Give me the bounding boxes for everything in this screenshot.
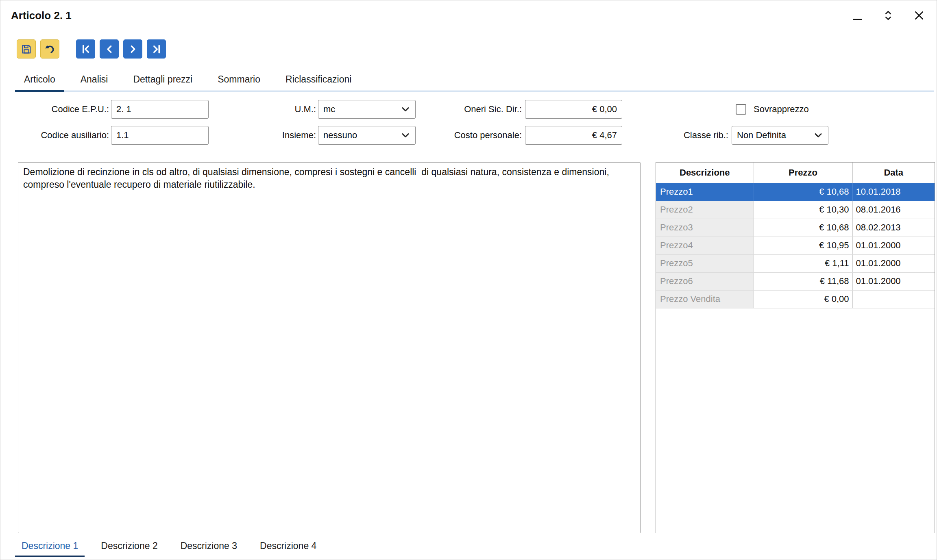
last-record-button[interactable] bbox=[147, 39, 166, 59]
previous-record-icon bbox=[103, 43, 115, 55]
sovrapprezzo-checkbox[interactable] bbox=[736, 104, 746, 115]
first-record-button[interactable] bbox=[76, 39, 95, 59]
price-cell-data[interactable]: 08.01.2016 bbox=[852, 201, 935, 219]
header-data[interactable]: Data bbox=[852, 163, 935, 183]
close-icon bbox=[913, 9, 925, 22]
codice-ausiliario-input[interactable] bbox=[111, 126, 209, 145]
codice-epu-input[interactable] bbox=[111, 100, 209, 119]
bottom-tab-descrizione-4[interactable]: Descrizione 4 bbox=[253, 536, 323, 557]
articolo-dialog-window: Articolo 2. 1 bbox=[0, 0, 937, 560]
costo-personale-label: Costo personale: bbox=[420, 126, 522, 145]
price-cell-descrizione[interactable]: Prezzo4 bbox=[656, 237, 754, 254]
insieme-label: Insieme: bbox=[235, 126, 316, 145]
undo-arrow-icon bbox=[44, 43, 56, 55]
chevron-down-icon bbox=[400, 104, 411, 115]
price-cell-prezzo[interactable]: € 0,00 bbox=[754, 290, 852, 308]
table-row[interactable]: Prezzo1 € 10,68 10.01.2018 bbox=[656, 183, 935, 201]
titlebar: Articolo 2. 1 bbox=[0, 4, 937, 27]
bottom-tab-descrizione-2[interactable]: Descrizione 2 bbox=[94, 536, 164, 557]
price-cell-data[interactable]: 08.02.2013 bbox=[852, 219, 935, 237]
price-cell-prezzo[interactable]: € 1,11 bbox=[754, 254, 852, 272]
save-button[interactable] bbox=[17, 39, 36, 59]
table-row[interactable]: Prezzo2 € 10,30 08.01.2016 bbox=[656, 201, 935, 219]
um-label: U.M.: bbox=[235, 100, 316, 119]
chevron-down-icon bbox=[813, 130, 824, 141]
price-cell-descrizione[interactable]: Prezzo1 bbox=[656, 183, 754, 201]
minimize-icon bbox=[853, 19, 862, 20]
classe-rib-select-value: Non Definita bbox=[737, 130, 786, 141]
resize-button[interactable] bbox=[881, 9, 895, 22]
undo-button[interactable] bbox=[40, 39, 59, 59]
insieme-select[interactable]: nessuno bbox=[318, 126, 416, 145]
table-row[interactable]: Prezzo3 € 10,68 08.02.2013 bbox=[656, 219, 935, 237]
header-descrizione[interactable]: Descrizione bbox=[656, 163, 754, 183]
price-table-header-row: Descrizione Prezzo Data bbox=[656, 163, 935, 183]
price-cell-descrizione[interactable]: Prezzo6 bbox=[656, 272, 754, 290]
table-row[interactable]: Prezzo4 € 10,95 01.01.2000 bbox=[656, 237, 935, 254]
price-cell-data[interactable]: 01.01.2000 bbox=[852, 272, 935, 290]
description-tabstrip: Descrizione 1 Descrizione 2 Descrizione … bbox=[15, 536, 323, 557]
price-cell-descrizione[interactable]: Prezzo2 bbox=[656, 201, 754, 219]
next-record-button[interactable] bbox=[123, 39, 142, 59]
classe-rib-select[interactable]: Non Definita bbox=[732, 126, 828, 145]
oneri-sic-dir-input[interactable] bbox=[525, 100, 622, 119]
price-cell-prezzo[interactable]: € 10,95 bbox=[754, 237, 852, 254]
table-row[interactable]: Prezzo Vendita € 0,00 bbox=[656, 290, 935, 308]
last-record-icon bbox=[150, 43, 163, 55]
main-tabstrip: Articolo Analisi Dettagli prezzi Sommari… bbox=[15, 69, 934, 91]
description-textarea[interactable]: Demolizione di recinzione in cls od altr… bbox=[18, 162, 641, 533]
vertical-resize-icon bbox=[882, 9, 894, 22]
tab-sommario[interactable]: Sommario bbox=[209, 69, 269, 92]
codice-ausiliario-label: Codice ausiliario: bbox=[15, 126, 109, 145]
um-select-value: mc bbox=[323, 104, 335, 115]
bottom-tab-descrizione-3[interactable]: Descrizione 3 bbox=[174, 536, 244, 557]
table-row[interactable]: Prezzo5 € 1,11 01.01.2000 bbox=[656, 254, 935, 272]
costo-personale-input[interactable] bbox=[525, 126, 622, 145]
tab-riclassificazioni[interactable]: Riclassificazioni bbox=[277, 69, 360, 92]
price-cell-data[interactable]: 10.01.2018 bbox=[852, 183, 935, 201]
price-cell-descrizione[interactable]: Prezzo5 bbox=[656, 254, 754, 272]
classe-rib-label: Classe rib.: bbox=[635, 126, 728, 145]
tab-articolo[interactable]: Articolo bbox=[15, 69, 64, 92]
table-row[interactable]: Prezzo6 € 11,68 01.01.2000 bbox=[656, 272, 935, 290]
price-table: Descrizione Prezzo Data Prezzo1 € 10,68 … bbox=[656, 163, 935, 308]
tab-dettagli-prezzi[interactable]: Dettagli prezzi bbox=[124, 69, 201, 92]
header-prezzo[interactable]: Prezzo bbox=[754, 163, 852, 183]
price-cell-prezzo[interactable]: € 10,68 bbox=[754, 219, 852, 237]
price-cell-prezzo[interactable]: € 10,68 bbox=[754, 183, 852, 201]
price-table-panel: Descrizione Prezzo Data Prezzo1 € 10,68 … bbox=[656, 162, 935, 533]
price-cell-data[interactable] bbox=[852, 290, 935, 308]
first-record-icon bbox=[80, 43, 92, 55]
um-select[interactable]: mc bbox=[318, 100, 416, 119]
price-cell-descrizione[interactable]: Prezzo3 bbox=[656, 219, 754, 237]
previous-record-button[interactable] bbox=[100, 39, 119, 59]
insieme-select-value: nessuno bbox=[323, 130, 357, 141]
chevron-down-icon bbox=[400, 130, 411, 141]
price-cell-prezzo[interactable]: € 10,30 bbox=[754, 201, 852, 219]
price-cell-data[interactable]: 01.01.2000 bbox=[852, 237, 935, 254]
minimize-button[interactable] bbox=[850, 9, 864, 22]
price-cell-descrizione[interactable]: Prezzo Vendita bbox=[656, 290, 754, 308]
close-button[interactable] bbox=[912, 9, 926, 22]
tab-analisi[interactable]: Analisi bbox=[72, 69, 117, 92]
next-record-icon bbox=[127, 43, 139, 55]
oneri-sic-dir-label: Oneri Sic. Dir.: bbox=[420, 100, 522, 119]
sovrapprezzo-label: Sovrapprezzo bbox=[754, 100, 876, 119]
price-cell-prezzo[interactable]: € 11,68 bbox=[754, 272, 852, 290]
window-title: Articolo 2. 1 bbox=[11, 9, 72, 22]
bottom-tab-descrizione-1[interactable]: Descrizione 1 bbox=[15, 536, 85, 557]
toolbar bbox=[17, 39, 166, 59]
price-cell-data[interactable]: 01.01.2000 bbox=[852, 254, 935, 272]
codice-epu-label: Codice E.P.U.: bbox=[15, 100, 109, 119]
floppy-disk-icon bbox=[20, 43, 33, 55]
